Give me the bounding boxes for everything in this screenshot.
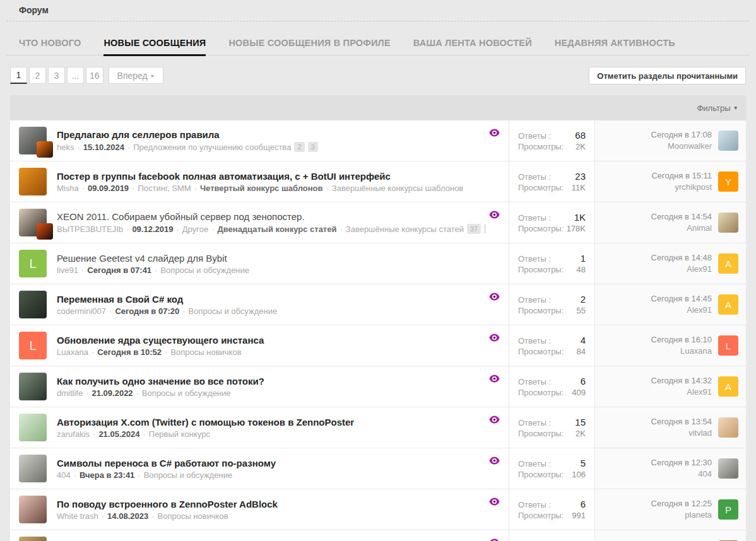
- thread-category[interactable]: Завершённые конкурсы шаблонов: [332, 183, 463, 193]
- lastpost-user[interactable]: Alex91: [651, 387, 712, 398]
- lastpost-user[interactable]: 404: [651, 468, 712, 480]
- thread-avatar-overlay[interactable]: [37, 510, 53, 526]
- pagination-next-button[interactable]: Вперед ▸: [109, 67, 163, 84]
- lastpost-avatar[interactable]: A: [718, 294, 738, 315]
- lastpost-date[interactable]: Сегодня в 12:30: [651, 457, 712, 468]
- lastpost-date[interactable]: Сегодня в 17:08: [651, 129, 712, 141]
- thread-author[interactable]: dmitlife: [57, 388, 83, 398]
- lastpost-user[interactable]: yrchikpost: [651, 182, 712, 193]
- thread-category[interactable]: Двенадцатый конкурс статей: [217, 224, 336, 234]
- lastpost-avatar[interactable]: L: [718, 335, 738, 356]
- thread-category[interactable]: Вопросы новичков: [170, 347, 241, 357]
- watched-eye-icon[interactable]: [489, 457, 500, 465]
- thread-title[interactable]: Авторизация X.com (Twitter) с помощью то…: [57, 417, 486, 428]
- thread-title[interactable]: XEON 2011. Собираем убойный сервер под з…: [57, 211, 486, 222]
- page-button-3[interactable]: 3: [48, 67, 65, 84]
- thread-category[interactable]: Предложения по улучшению сообщества: [133, 143, 291, 152]
- thread-avatar-overlay[interactable]: [37, 182, 53, 199]
- thread-title[interactable]: Предлагаю для селлеров правила: [57, 129, 486, 140]
- lastpost-user[interactable]: planeta: [651, 509, 712, 521]
- thread-author-avatar[interactable]: [19, 537, 47, 541]
- lastpost-user[interactable]: vitvlad: [651, 428, 712, 439]
- watched-eye-icon[interactable]: [489, 129, 500, 137]
- thread-author[interactable]: White trash: [57, 511, 98, 521]
- thread-category[interactable]: Вопросы и обсуждение: [160, 265, 249, 275]
- page-button-1[interactable]: 1: [10, 67, 27, 84]
- thread-category[interactable]: Вопросы и обсуждение: [189, 306, 278, 316]
- thread-category[interactable]: Первый конкурс: [149, 429, 210, 439]
- mark-forums-read-button[interactable]: Отметить разделы прочитанными: [589, 67, 746, 84]
- thread-title[interactable]: Переменная в Свой C# код: [57, 294, 486, 305]
- lastpost-date[interactable]: Сегодня в 16:10: [651, 334, 712, 346]
- thread-author[interactable]: live91: [57, 265, 78, 275]
- watched-eye-icon[interactable]: [489, 416, 500, 424]
- lastpost-user[interactable]: Animal: [651, 223, 712, 234]
- thread-title[interactable]: По поводу встроенного в ZennoPoster AdBl…: [57, 499, 486, 509]
- watched-eye-icon[interactable]: [489, 375, 500, 383]
- lastpost-date[interactable]: Сегодня в 14:48: [651, 252, 712, 264]
- thread-title[interactable]: Как получить одно значение во все потоки…: [57, 376, 486, 387]
- tab-new-posts[interactable]: НОВЫЕ СООБЩЕНИЯ: [103, 38, 206, 56]
- thread-author[interactable]: zarufakis: [57, 429, 90, 439]
- thread-category[interactable]: Вопросы новичков: [158, 511, 228, 521]
- watched-eye-icon[interactable]: [489, 293, 500, 301]
- thread-author[interactable]: heks: [57, 143, 74, 152]
- thread-category[interactable]: Четвертый конкурс шаблонов: [200, 183, 323, 193]
- lastpost-date[interactable]: Сегодня в 12:25: [651, 498, 712, 509]
- thread-author[interactable]: codermini007: [57, 306, 106, 316]
- thread-avatar-overlay[interactable]: [37, 223, 53, 240]
- lastpost-date[interactable]: Сегодня в 14:45: [651, 293, 712, 305]
- thread-title[interactable]: Решение Geetest v4 слайдер для Bybit: [57, 253, 486, 264]
- lastpost-user[interactable]: Moonwalker: [651, 141, 712, 152]
- lastpost-date[interactable]: Сегодня в 15:11: [651, 170, 712, 182]
- thread-page-badge[interactable]: 38: [484, 224, 486, 234]
- thread-category[interactable]: Другое: [182, 224, 208, 234]
- thread-avatar-overlay[interactable]: [37, 346, 53, 363]
- tab-latest-activity[interactable]: НЕДАВНЯЯ АКТИВНОСТЬ: [555, 38, 675, 56]
- lastpost-avatar[interactable]: Y: [718, 172, 738, 192]
- lastpost-date[interactable]: Сегодня в 13:54: [651, 416, 712, 428]
- thread-category[interactable]: Вопросы и обсуждение: [144, 470, 233, 480]
- thread-author[interactable]: Misha: [57, 183, 79, 193]
- lastpost-avatar[interactable]: [718, 131, 738, 151]
- lastpost-user[interactable]: Alex91: [651, 264, 712, 275]
- thread-category[interactable]: Вопросы и обсуждение: [142, 388, 231, 398]
- lastpost-user[interactable]: Luaxana: [651, 346, 712, 357]
- thread-avatar-overlay[interactable]: [37, 428, 53, 445]
- thread-author[interactable]: ВЫТРЕЗВUTEJIb: [57, 224, 123, 234]
- page-button-ellipsis[interactable]: ...: [67, 67, 84, 84]
- thread-title[interactable]: Постер в группы facebook полная автомати…: [57, 171, 486, 182]
- thread-avatar-overlay[interactable]: [37, 469, 53, 486]
- tab-new-profile-posts[interactable]: НОВЫЕ СООБЩЕНИЯ В ПРОФИЛЕ: [228, 38, 390, 56]
- page-button-16[interactable]: 16: [86, 67, 103, 84]
- thread-title[interactable]: Символы переноса в C# работают по-разном…: [57, 458, 486, 468]
- thread-avatar-overlay[interactable]: [37, 387, 53, 404]
- thread-category[interactable]: Постинг, SMM: [138, 183, 191, 193]
- thread-page-badge[interactable]: 37: [467, 224, 481, 234]
- watched-eye-icon[interactable]: [489, 538, 500, 541]
- tab-whats-new[interactable]: ЧТО НОВОГО: [19, 38, 81, 56]
- thread-avatar-overlay[interactable]: [37, 141, 53, 158]
- page-button-2[interactable]: 2: [29, 67, 46, 84]
- lastpost-avatar[interactable]: [718, 417, 738, 438]
- lastpost-date[interactable]: Сегодня в 14:32: [651, 375, 712, 387]
- lastpost-avatar[interactable]: A: [718, 376, 738, 397]
- thread-avatar-overlay[interactable]: [37, 264, 53, 281]
- thread-category[interactable]: Завершённые конкурсы статей: [346, 224, 464, 234]
- thread-avatar-overlay[interactable]: [37, 305, 53, 322]
- tab-your-news-feed[interactable]: ВАША ЛЕНТА НОВОСТЕЙ: [413, 38, 532, 56]
- lastpost-avatar[interactable]: [718, 458, 738, 479]
- lastpost-user[interactable]: Alex91: [651, 305, 712, 316]
- thread-page-badge[interactable]: 2: [294, 142, 304, 152]
- lastpost-avatar[interactable]: [718, 212, 738, 233]
- lastpost-date[interactable]: Сегодня в 14:54: [651, 211, 712, 223]
- thread-author[interactable]: 404: [57, 470, 71, 480]
- thread-title[interactable]: Обновление ядра существующего инстанса: [57, 335, 486, 346]
- lastpost-avatar[interactable]: A: [718, 253, 738, 274]
- watched-eye-icon[interactable]: [489, 211, 500, 219]
- thread-author[interactable]: Luaxana: [57, 347, 88, 357]
- watched-eye-icon[interactable]: [489, 497, 500, 506]
- watched-eye-icon[interactable]: [489, 334, 500, 342]
- lastpost-avatar[interactable]: P: [718, 499, 738, 520]
- thread-page-badge[interactable]: 3: [308, 142, 318, 152]
